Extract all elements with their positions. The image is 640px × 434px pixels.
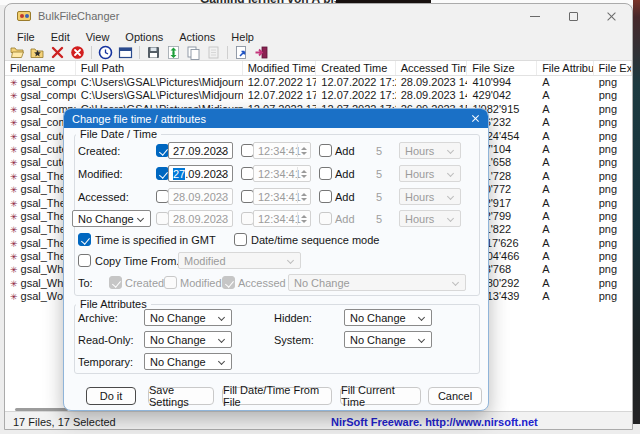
table-cell: 28.09.2023 14:33:... [396, 89, 468, 102]
table-cell: png [594, 183, 632, 196]
extra-time-combo[interactable]: No Change [72, 210, 151, 227]
copy-time-checkbox[interactable] [78, 254, 91, 267]
table-cell: A [537, 76, 593, 89]
chevron-down-icon [447, 215, 454, 222]
temporary-combo[interactable]: No Change [144, 353, 232, 370]
status-file-count: 17 Files, 17 Selected [13, 416, 116, 428]
table-cell: png [594, 263, 632, 276]
title-bar: BulkFileChanger [5, 4, 632, 28]
file-type-icon: ✳ [10, 279, 18, 289]
table-cell: A [537, 197, 593, 210]
add-folder-icon[interactable] [29, 45, 46, 60]
exit-icon[interactable] [253, 45, 270, 60]
table-cell: A [537, 277, 593, 290]
dialog-title-bar: Change file time / attributes [64, 109, 488, 128]
column-header-attributes[interactable]: File Attributes [537, 61, 593, 75]
properties-window-icon[interactable] [117, 45, 134, 60]
accessed-unit-combo: Hours [399, 188, 461, 205]
accessed-add-checkbox[interactable] [319, 190, 332, 203]
table-cell: png [594, 237, 632, 250]
table-cell: png [594, 277, 632, 290]
created-add-checkbox[interactable] [319, 144, 332, 157]
open-files-icon[interactable] [9, 45, 26, 60]
sequence-checkbox[interactable] [234, 233, 247, 246]
menu-actions[interactable]: Actions [171, 30, 223, 44]
maximize-button[interactable] [554, 4, 592, 28]
do-it-button[interactable]: Do it [86, 387, 136, 405]
column-header-filename[interactable]: Filename [5, 61, 76, 75]
minimize-icon [530, 16, 540, 17]
table-cell: A [537, 130, 593, 143]
created-date-field[interactable]: 27.09.2023 [168, 142, 233, 159]
created-time-field: 12:34:41 [253, 142, 311, 159]
menu-bar: File Edit View Options Actions Help [5, 28, 632, 45]
table-row[interactable]: ✳gsal_compu...C:\Users\GSAL\Pictures\Mid… [5, 76, 632, 89]
archive-combo[interactable]: No Change [144, 309, 232, 326]
minimize-button[interactable] [516, 4, 554, 28]
chevron-down-icon [447, 170, 454, 177]
modified-add-checkbox[interactable] [319, 167, 332, 180]
file-type-icon: ✳ [10, 292, 18, 302]
selected-text: 27 [173, 168, 185, 180]
toolbar-separator [227, 46, 228, 59]
chevron-down-icon [452, 279, 459, 286]
fill-from-file-button[interactable]: Fill Date/Time From File [222, 387, 332, 405]
file-type-icon: ✳ [10, 252, 18, 262]
table-row[interactable]: ✳gsal_compu...C:\Users\GSAL\Pictures\Mid… [5, 89, 632, 102]
modified-date-field[interactable]: 27.09.2023 [168, 165, 233, 182]
hidden-combo[interactable]: No Change [344, 309, 432, 326]
file-type-icon: ✳ [10, 105, 18, 115]
close-button[interactable] [592, 4, 630, 28]
extra-add-amount: 5 [364, 211, 394, 225]
chevron-down-icon [418, 314, 425, 321]
status-bar: 17 Files, 17 Selected NirSoft Freeware. … [5, 411, 632, 430]
spinner-icon [297, 190, 309, 203]
table-cell: png [594, 143, 632, 156]
refresh-icon[interactable] [165, 45, 182, 60]
remove-selected-icon[interactable] [49, 45, 66, 60]
table-cell: C:\Users\GSAL\Pictures\Midjourney\gsal_c… [76, 89, 243, 102]
table-cell: A [537, 210, 593, 223]
column-header-fullpath[interactable]: Full Path [76, 61, 243, 75]
chevron-down-icon [218, 336, 225, 343]
table-cell: png [594, 76, 632, 89]
column-header-modified[interactable]: Modified Time [243, 61, 317, 75]
file-type-icon: ✳ [10, 132, 18, 142]
menu-edit[interactable]: Edit [43, 30, 78, 44]
spinner-icon [297, 212, 309, 225]
copy-icon[interactable] [185, 45, 202, 60]
column-header-fileext[interactable]: File Ext [594, 61, 632, 75]
column-header-created[interactable]: Created Time [316, 61, 395, 75]
readonly-combo[interactable]: No Change [144, 331, 232, 348]
chevron-down-icon [218, 314, 225, 321]
file-type-icon: ✳ [10, 118, 18, 128]
menu-file[interactable]: File [9, 30, 43, 44]
dialog-close-button[interactable] [467, 112, 483, 125]
clear-all-icon[interactable] [69, 45, 86, 60]
change-time-icon[interactable] [97, 45, 114, 60]
save-icon[interactable] [145, 45, 162, 60]
column-header-filesize[interactable]: File Size [467, 61, 537, 75]
chevron-down-icon [418, 336, 425, 343]
menu-help[interactable]: Help [223, 30, 262, 44]
toolbar-separator [91, 46, 92, 59]
chevron-down-icon [137, 215, 144, 222]
column-header-accessed[interactable]: Accessed Time [396, 61, 468, 75]
status-nirsoft-link[interactable]: NirSoft Freeware. http://www.nirsoft.net [331, 416, 538, 428]
change-time-dialog: Change file time / attributes File Date … [63, 108, 489, 411]
table-cell: A [537, 103, 593, 116]
toolbar-separator [139, 46, 140, 59]
fill-current-time-button[interactable]: Fill Current Time [340, 387, 421, 405]
system-combo[interactable]: No Change [344, 331, 432, 348]
save-settings-button[interactable]: Save Settings [148, 387, 214, 405]
table-cell: png [594, 103, 632, 116]
readonly-label: Read-Only: [78, 334, 134, 346]
gmt-label: Time is specified in GMT [95, 234, 216, 246]
spinner-icon [297, 144, 309, 157]
menu-view[interactable]: View [78, 30, 118, 44]
table-cell: png [594, 116, 632, 129]
menu-options[interactable]: Options [117, 30, 171, 44]
cancel-button[interactable]: Cancel [428, 387, 482, 405]
explorer-icon[interactable] [233, 45, 250, 60]
gmt-checkbox[interactable] [78, 233, 91, 246]
